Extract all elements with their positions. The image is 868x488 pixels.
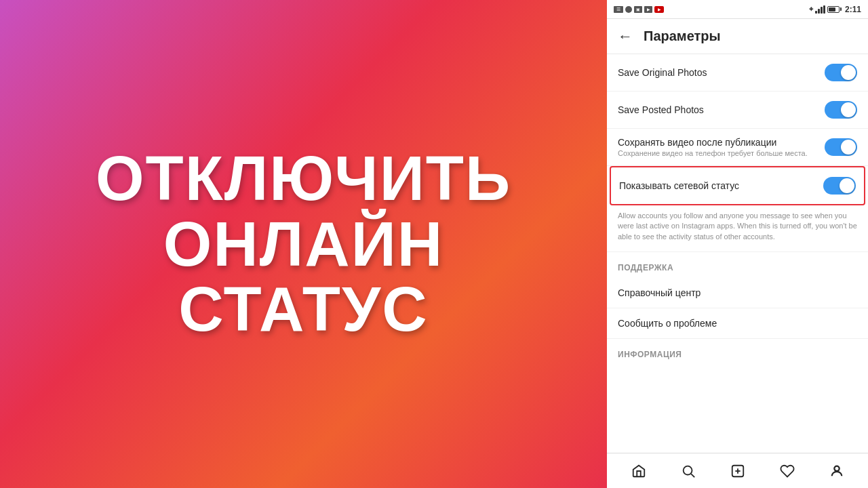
- nav-home[interactable]: [624, 456, 654, 486]
- section-header-info: ИНФОРМАЦИЯ: [607, 339, 868, 365]
- notif-icon-video: ▶: [644, 6, 652, 13]
- setting-label-save-posted: Save Posted Photos: [618, 104, 825, 115]
- heart-icon: [780, 464, 795, 479]
- notif-icon-2: [625, 6, 632, 13]
- home-icon: [631, 464, 646, 479]
- setting-save-posted-photos[interactable]: Save Posted Photos: [607, 92, 868, 129]
- heading-line2: ОНЛАЙН: [96, 211, 511, 277]
- svg-point-5: [834, 466, 839, 470]
- setting-save-original-photos[interactable]: Save Original Photos: [607, 54, 868, 92]
- battery-icon: [827, 6, 842, 13]
- setting-label-save-video: Сохранять видео после публикации: [618, 137, 816, 148]
- app-header: ← Параметры: [607, 19, 868, 54]
- section-header-support: ПОДДЕРЖКА: [607, 252, 868, 278]
- bottom-nav: [607, 453, 868, 488]
- notif-icon-1: ☰: [614, 6, 623, 13]
- notif-icon-yt: ▶: [654, 6, 664, 13]
- nav-add[interactable]: [723, 456, 753, 486]
- profile-icon: [829, 464, 844, 479]
- left-section: ОТКЛЮЧИТЬ ОНЛАЙН СТАТУС: [0, 0, 607, 488]
- svg-point-0: [683, 466, 692, 474]
- nav-search[interactable]: [673, 456, 703, 486]
- setting-label-save-original: Save Original Photos: [618, 67, 825, 78]
- toggle-save-video[interactable]: [825, 138, 857, 156]
- phone-screen: ☰ ▣ ▶ ▶ ⌖ 2:11: [607, 0, 868, 488]
- main-heading: ОТКЛЮЧИТЬ ОНЛАЙН СТАТУС: [96, 146, 511, 342]
- status-time: 2:11: [845, 5, 861, 14]
- heading-line3: СТАТУС: [96, 277, 511, 342]
- menu-item-report-problem[interactable]: Сообщить о проблеме: [607, 308, 868, 339]
- status-bar-right: ⌖ 2:11: [809, 5, 861, 14]
- page-title: Параметры: [644, 28, 721, 44]
- settings-content: Save Original Photos Save Posted Photos …: [607, 54, 868, 453]
- add-icon: [730, 464, 745, 479]
- setting-save-video[interactable]: Сохранять видео после публикации Сохране…: [607, 129, 868, 166]
- status-bar: ☰ ▣ ▶ ▶ ⌖ 2:11: [607, 0, 868, 19]
- signal-icon: [815, 5, 825, 14]
- notification-icons: ☰ ▣ ▶ ▶: [614, 6, 664, 13]
- svg-line-1: [691, 474, 694, 477]
- setting-label-network-status: Показывать сетевой статус: [619, 180, 823, 191]
- notif-icon-photo: ▣: [634, 6, 642, 13]
- nav-heart[interactable]: [772, 456, 802, 486]
- back-button[interactable]: ←: [618, 28, 633, 45]
- toggle-save-posted[interactable]: [825, 101, 857, 119]
- heading-line1: ОТКЛЮЧИТЬ: [96, 146, 511, 211]
- setting-network-status-row[interactable]: Показывать сетевой статус: [611, 167, 864, 204]
- menu-item-help-center[interactable]: Справочный центр: [607, 278, 868, 308]
- setting-network-status-highlighted: Показывать сетевой статус: [610, 166, 865, 205]
- setting-sublabel-save-video: Сохранение видео на телефон требует боль…: [618, 149, 816, 157]
- setting-network-status-description: Allow accounts you follow and anyone you…: [607, 205, 868, 252]
- toggle-save-original[interactable]: [825, 64, 857, 81]
- setting-save-video-text: Сохранять видео после публикации Сохране…: [618, 137, 816, 157]
- wifi-icon: ⌖: [809, 5, 813, 14]
- toggle-network-status[interactable]: [823, 177, 856, 195]
- search-icon: [681, 464, 696, 479]
- nav-profile[interactable]: [822, 456, 852, 486]
